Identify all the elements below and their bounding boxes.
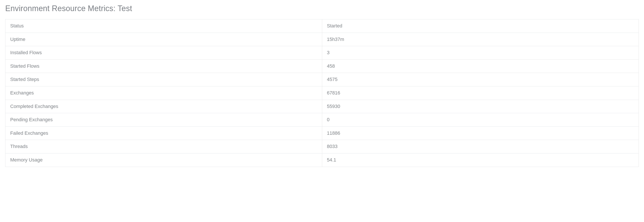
metric-value: 11886: [322, 127, 639, 140]
metric-value: 3: [322, 46, 639, 60]
table-row: Installed Flows 3: [6, 46, 639, 60]
page-title: Environment Resource Metrics: Test: [5, 4, 639, 13]
table-row: Started Steps 4575: [6, 73, 639, 86]
metric-label: Uptime: [6, 33, 322, 46]
metric-value: 54.1: [322, 153, 639, 167]
table-row: Completed Exchanges 55930: [6, 100, 639, 113]
metrics-table: Status Started Uptime 15h37m Installed F…: [5, 19, 639, 167]
metric-value: 67816: [322, 86, 639, 100]
metric-label: Failed Exchanges: [6, 127, 322, 140]
table-row: Started Flows 458: [6, 59, 639, 73]
metric-value: 458: [322, 59, 639, 73]
metric-label: Started Flows: [6, 59, 322, 73]
table-row: Failed Exchanges 11886: [6, 127, 639, 140]
metric-value: 4575: [322, 73, 639, 86]
table-row: Threads 8033: [6, 140, 639, 153]
table-row: Memory Usage 54.1: [6, 153, 639, 167]
metric-value: 0: [322, 113, 639, 127]
metric-label: Installed Flows: [6, 46, 322, 60]
metric-label: Status: [6, 19, 322, 33]
metric-label: Started Steps: [6, 73, 322, 86]
metric-value: 8033: [322, 140, 639, 153]
metric-label: Completed Exchanges: [6, 100, 322, 113]
table-row: Pending Exchanges 0: [6, 113, 639, 127]
table-row: Status Started: [6, 19, 639, 33]
table-row: Exchanges 67816: [6, 86, 639, 100]
metric-value: Started: [322, 19, 639, 33]
metric-label: Threads: [6, 140, 322, 153]
metric-value: 15h37m: [322, 33, 639, 46]
metric-label: Exchanges: [6, 86, 322, 100]
metric-label: Memory Usage: [6, 153, 322, 167]
metric-value: 55930: [322, 100, 639, 113]
table-row: Uptime 15h37m: [6, 33, 639, 46]
metric-label: Pending Exchanges: [6, 113, 322, 127]
